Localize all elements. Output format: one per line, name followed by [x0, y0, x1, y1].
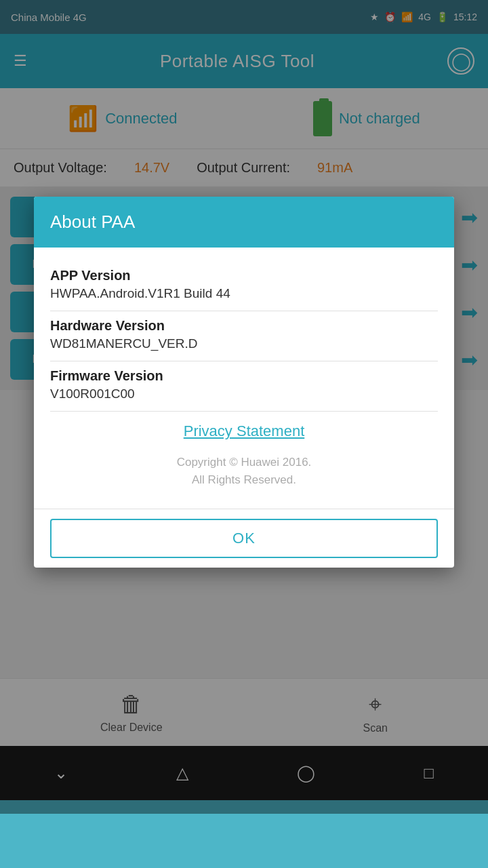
- dialog-footer: OK: [34, 509, 454, 568]
- about-dialog: About PAA APP Version HWPAA.Android.V1R1…: [34, 197, 454, 568]
- ok-button[interactable]: OK: [50, 519, 438, 558]
- dialog-header: About PAA: [34, 197, 454, 248]
- firmware-version-label: Firmware Version: [50, 368, 438, 384]
- app-version-value: HWPAA.Android.V1R1 Build 44: [50, 286, 438, 311]
- privacy-statement-link[interactable]: Privacy Statement: [50, 422, 438, 440]
- dialog-body: APP Version HWPAA.Android.V1R1 Build 44 …: [34, 248, 454, 509]
- copyright-text: Copyright © Huawei 2016.All Rights Reser…: [50, 454, 438, 488]
- hardware-version-label: Hardware Version: [50, 318, 438, 334]
- firmware-version-value: V100R001C00: [50, 387, 438, 412]
- dialog-title: About PAA: [50, 212, 135, 232]
- app-version-label: APP Version: [50, 268, 438, 283]
- hardware-version-value: WD81MANERCU_VER.D: [50, 336, 438, 361]
